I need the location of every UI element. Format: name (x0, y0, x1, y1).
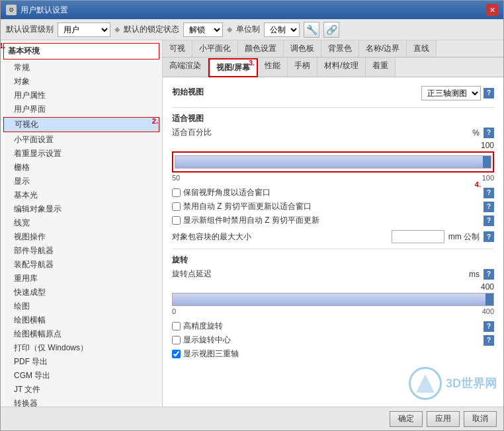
sidebar-item-pdf[interactable]: PDF 导出 (1, 355, 162, 369)
sidebar-item-reuse[interactable]: 重用库 (1, 272, 162, 286)
tab-name-border[interactable]: 名称/边界 (359, 40, 407, 57)
rotation-checkbox-1-help[interactable]: ? (483, 321, 494, 332)
checkbox-row-1: 保留视野角度以适合窗口 ? 4. (172, 187, 494, 198)
sidebar-item-view-op[interactable]: 视图操作 (1, 230, 162, 244)
sidebar-item-asm-nav[interactable]: 装配导航器 (1, 258, 162, 272)
sidebar-item-user-attr[interactable]: 用户属性 (1, 89, 162, 102)
sidebar-item-linewidth[interactable]: 线宽 (1, 216, 162, 230)
fit-max: 100 (482, 174, 494, 182)
sidebar-section-header: 基本环境 (3, 43, 159, 59)
sidebar-item-cgm[interactable]: CGM 导出 (1, 369, 162, 383)
fit-percent-unit: % (472, 128, 480, 137)
tab-visual[interactable]: 可视 (163, 40, 192, 57)
sidebar-item-edit-obj[interactable]: 编辑对象显示 (1, 202, 162, 216)
checkbox-high-precision[interactable] (172, 322, 181, 331)
checkbox-show-center[interactable] (172, 336, 181, 344)
obj-box-input[interactable]: 265000 (392, 230, 444, 243)
sidebar-item-user-ui[interactable]: 用户界面 (1, 102, 162, 116)
checkbox-2-help[interactable]: ? (483, 202, 494, 212)
tab-palette[interactable]: 调色板 (284, 40, 321, 57)
checkbox-row-3: 显示新组件时禁用自动 Z 剪切平面更新 ? (172, 215, 494, 226)
initial-view-help[interactable]: ? (483, 88, 494, 98)
cancel-button[interactable]: 取消 (464, 411, 497, 427)
sidebar-item-display[interactable]: 显示 (1, 175, 162, 188)
checkbox-show-new-comp[interactable] (172, 216, 181, 225)
sidebar-item-converter[interactable]: 转换器 (1, 397, 162, 407)
sidebar-item-basic-light[interactable]: 基本光 (1, 188, 162, 202)
checkbox-label-2: 禁用自动 Z 剪切平面更新以适合窗口 (183, 201, 481, 212)
tab-performance[interactable]: 性能 (258, 58, 288, 77)
sidebar-item-facet[interactable]: 小平面设置 (1, 133, 162, 147)
checkbox-show-triad[interactable] (172, 350, 181, 358)
rotation-delay-help[interactable]: ? (483, 269, 494, 280)
icon-btn-2[interactable]: 🔗 (323, 22, 339, 38)
level-select[interactable]: 用户 (58, 22, 110, 37)
rotation-slider-fill (173, 294, 493, 305)
rotation-max: 400 (482, 307, 494, 315)
unit-select[interactable]: 公制 (264, 22, 300, 37)
rotation-value-display: 400 (172, 282, 494, 292)
checkbox-3-help[interactable]: ? (483, 216, 494, 226)
tabs-row2: 高端渲染 视图/屏幕 性能 手柄 材料/纹理 着重 3. (163, 58, 503, 77)
title-bar: ⚙ 用户默认设置 ✕ (1, 1, 503, 19)
sidebar-item-drawing-origin[interactable]: 绘图横幅原点 (1, 327, 162, 341)
rotation-checkboxes: 高精度旋转 ? 显示旋转中心 ? 显示视图三重轴 (172, 321, 494, 360)
fit-min: 50 (172, 174, 180, 182)
sidebar-item-visual[interactable]: 可视化 (3, 117, 159, 132)
obj-box-help[interactable]: ? (483, 231, 494, 242)
initial-view-select[interactable]: 正三轴测图 (421, 86, 481, 100)
icon-btn-1[interactable]: 🔧 (304, 22, 319, 38)
fit-percent-help[interactable]: ? (483, 128, 494, 138)
number-label-4: 4. (475, 180, 481, 188)
apply-button[interactable]: 应用 (427, 411, 460, 427)
fit-slider-range: 50 100 (172, 174, 494, 182)
level-label: 默认设置级别 (6, 24, 54, 35)
rotation-slider[interactable] (172, 293, 494, 306)
ok-button[interactable]: 确定 (390, 411, 423, 427)
checkbox-1-help[interactable]: ? (483, 188, 494, 198)
checkbox-label-1: 保留视野角度以适合窗口 (183, 187, 481, 198)
separator2: ◆ (227, 25, 232, 34)
sidebar-item-drawing[interactable]: 绘图 (1, 299, 162, 313)
rotation-checkbox-2-help[interactable]: ? (483, 335, 494, 346)
tab-facet[interactable]: 小平面化 (192, 40, 238, 57)
sidebar-item-highlight[interactable]: 着重显示设置 (1, 147, 162, 161)
checkbox-disable-z[interactable] (172, 202, 181, 211)
close-button[interactable]: ✕ (486, 4, 498, 16)
sidebar-item-drawing-banner[interactable]: 绘图横幅 (1, 313, 162, 327)
rotation-slider-thumb (485, 294, 493, 305)
sidebar-item-part-nav[interactable]: 部件导航器 (1, 244, 162, 258)
tab-line[interactable]: 直线 (407, 40, 437, 57)
number-label-2: 2. (152, 117, 158, 125)
sidebar-item-print[interactable]: 打印（仅 Windows） (1, 341, 162, 355)
tab-high-render[interactable]: 高端渲染 (163, 58, 208, 77)
sidebar-item-object[interactable]: 对象 (1, 75, 162, 89)
fit-slider-thumb (483, 156, 491, 168)
rotation-label: 旋转 (172, 255, 494, 266)
checkbox-row-2: 禁用自动 Z 剪切平面更新以适合窗口 ? (172, 201, 494, 212)
sidebar-section-title: 基本环境 (8, 46, 40, 56)
fit-slider[interactable] (175, 155, 491, 169)
watermark-circle (409, 367, 442, 400)
separator1: ◆ (114, 25, 120, 34)
checkbox-preserve-fov[interactable] (172, 188, 181, 197)
lock-select[interactable]: 解锁 (183, 22, 223, 37)
sidebar-item-rapid-proto[interactable]: 快速成型 (1, 286, 162, 299)
tab-color[interactable]: 颜色设置 (238, 40, 284, 57)
rotation-checkbox-row-3: 显示视图三重轴 (172, 348, 494, 360)
rotation-delay-unit: ms (469, 270, 480, 279)
unit-label: 单位制 (236, 24, 260, 35)
sidebar-item-grid[interactable]: 栅格 (1, 161, 162, 175)
obj-box-unit: mm 公制 (448, 231, 480, 243)
tab-bgcolor[interactable]: 背景色 (321, 40, 359, 57)
tab-highlight[interactable]: 着重 (366, 58, 396, 77)
sidebar-item-jt[interactable]: JT 文件 (1, 383, 162, 397)
tab-handle[interactable]: 手柄 (288, 58, 317, 77)
rotation-checkbox-label-3: 显示视图三重轴 (183, 348, 494, 360)
title-bar-left: ⚙ 用户默认设置 (6, 5, 68, 16)
obj-box-row: 对象包容块的最大大小 265000 mm 公制 ? (172, 230, 494, 243)
sidebar-item-regular[interactable]: 常规 (1, 61, 162, 75)
main-window: ⚙ 用户默认设置 ✕ 默认设置级别 用户 ◆ 默认的锁定状态 解锁 ◆ 单位制 … (0, 0, 504, 431)
tab-material[interactable]: 材料/纹理 (317, 58, 365, 77)
divider-2 (172, 249, 494, 249)
